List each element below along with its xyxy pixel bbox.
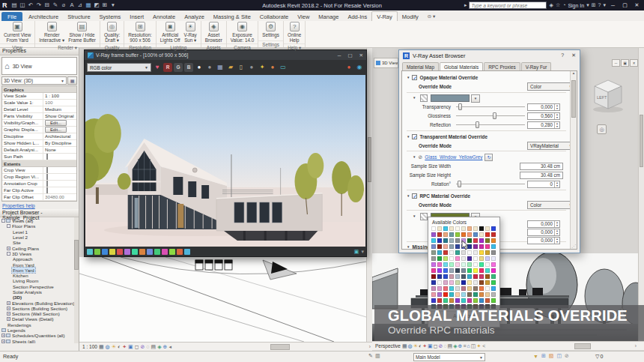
vfb-toolbar-icon[interactable]	[139, 249, 145, 255]
color-swatch[interactable]	[443, 226, 448, 231]
color-swatch[interactable]	[491, 226, 496, 231]
view-close-icon[interactable]: ✕	[630, 59, 638, 67]
color-swatch[interactable]	[467, 292, 472, 297]
tree-item-label[interactable]: Sections (Building Section)	[11, 306, 68, 311]
ribbon-tab-massing-site[interactable]: Massing & Site	[209, 12, 255, 21]
tree-item-elevations-building-elevation[interactable]: +Elevations (Building Elevation)	[0, 300, 79, 305]
property-value[interactable]: Edit...	[43, 120, 76, 126]
color-swatch[interactable]	[443, 256, 448, 261]
tree-item-label[interactable]: Views (all)	[11, 218, 34, 223]
frame-buffer-title-bar[interactable]: V-Ray frame buffer - [100% of 900 x 506]…	[85, 50, 366, 60]
home-view-icon[interactable]: ⌂	[467, 343, 470, 350]
color-swatch[interactable]	[485, 292, 490, 297]
tree-item-from-yard[interactable]: From Yard	[0, 262, 79, 267]
detail-level-icon[interactable]: ▦	[402, 343, 407, 350]
favorites-icon[interactable]: ☆	[556, 2, 560, 8]
fb-close-icon[interactable]: ✕	[359, 52, 363, 58]
color-swatch[interactable]	[479, 238, 484, 243]
glossiness-field[interactable]: 0,560▲▼	[527, 112, 560, 120]
vfb-color-icon[interactable]: ♥	[153, 63, 162, 72]
ribbon-tab-annotate[interactable]: Annotate	[148, 12, 180, 21]
tree-item-label[interactable]: Section Perspective	[12, 284, 55, 289]
profile-icon[interactable]: ◔	[562, 2, 565, 8]
editing-requests-icon[interactable]: ✎	[368, 353, 373, 359]
tree-item-label[interactable]: From Yard	[12, 268, 35, 273]
color-swatch[interactable]	[473, 292, 478, 297]
rpc-value-field[interactable]: 0,000▲▼	[527, 220, 560, 228]
expand-icon[interactable]: +	[7, 312, 10, 316]
opaque-color-swatch[interactable]	[431, 94, 470, 102]
stop-render-icon[interactable]: ●	[344, 63, 353, 72]
color-swatch[interactable]	[485, 268, 490, 273]
ribbon-tab-add-ins[interactable]: Add-Ins	[343, 12, 371, 21]
color-swatch[interactable]	[449, 274, 454, 279]
show-analytical-model-icon[interactable]: ◈	[157, 343, 161, 351]
navigation-wheel-icon[interactable]: ◎	[597, 124, 607, 134]
color-swatch[interactable]	[455, 274, 460, 279]
color-swatch[interactable]	[467, 256, 472, 261]
color-swatch[interactable]	[431, 262, 436, 267]
filter-icon[interactable]: ▼	[533, 354, 538, 359]
ribbon-tab-v-ray[interactable]: V-Ray	[371, 11, 397, 21]
collapse-icon[interactable]: -	[1, 219, 5, 223]
color-swatch[interactable]	[443, 274, 448, 279]
tree-item-label[interactable]: Detail Views (Detail)	[11, 316, 55, 322]
property-value[interactable]	[43, 181, 76, 187]
tree-item-label[interactable]: Living Room	[12, 278, 39, 283]
color-swatch[interactable]	[491, 292, 496, 297]
color-swatch[interactable]	[461, 292, 466, 297]
spinner-icon[interactable]: ▲▼	[554, 238, 559, 244]
property-checkbox[interactable]	[46, 187, 48, 193]
color-swatch[interactable]	[479, 292, 484, 297]
temporary-view-properties-icon[interactable]: ▤	[151, 343, 157, 351]
color-swatch[interactable]	[461, 286, 466, 291]
resolution-button[interactable]: ⊞Resolution:900 x 506	[127, 22, 154, 43]
tree-item-3d-views[interactable]: -3D Views	[0, 251, 79, 256]
ribbon-tab-file[interactable]: File	[1, 12, 22, 21]
asset-tab-v-ray-fur[interactable]: V-Ray Fur	[521, 62, 552, 70]
property-value[interactable]: 1 : 100	[43, 93, 76, 99]
save-image-icon[interactable]: ▦	[216, 63, 225, 72]
split-view-icon[interactable]: ◫	[471, 343, 476, 350]
vertical-scrollbar[interactable]	[638, 47, 644, 341]
ribbon-tab-insert[interactable]: Insert	[125, 12, 148, 21]
texture-slot-icon[interactable]	[420, 213, 428, 220]
spinner-icon[interactable]: ▲▼	[554, 221, 559, 227]
reveal-hidden-elements-icon[interactable]: ◌	[443, 343, 446, 350]
tree-item-from-yard[interactable]: From Yard	[0, 268, 79, 273]
color-swatch[interactable]	[461, 226, 466, 231]
vfb-toolbar-icon[interactable]	[169, 249, 175, 255]
color-swatch[interactable]	[443, 250, 448, 255]
opaque-mode-dropdown[interactable]: Color▼	[527, 82, 574, 91]
tree-item-section-perspective[interactable]: Section Perspective	[0, 284, 79, 289]
property-value[interactable]: Architectural	[43, 133, 76, 139]
tree-item-level-1[interactable]: Level 1	[0, 229, 79, 235]
color-swatch[interactable]	[473, 226, 478, 231]
rotation-slider[interactable]	[456, 184, 525, 184]
asset-tab-material-map[interactable]: Material Map	[402, 62, 439, 70]
reflection-slider[interactable]	[456, 124, 525, 125]
color-swatch[interactable]	[491, 238, 496, 243]
vfb-toolbar-icon[interactable]	[117, 249, 123, 255]
exchange-apps-icon[interactable]: ◈	[549, 2, 553, 8]
color-swatch[interactable]	[431, 244, 436, 249]
color-swatch[interactable]	[449, 244, 454, 249]
track-mouse-icon[interactable]: ●	[268, 63, 277, 72]
collapse-triangle-icon[interactable]: ▼	[407, 135, 410, 139]
tree-item-sheets-all[interactable]: +Sheets (all)	[0, 339, 79, 343]
qat-customize-icon[interactable]: ▾	[109, 0, 118, 10]
sign-in-link[interactable]: Sign In	[568, 3, 584, 8]
collapse-triangle-icon[interactable]: ▼	[407, 76, 410, 79]
color-swatch[interactable]	[431, 292, 436, 297]
color-swatch[interactable]	[473, 280, 478, 285]
channel-select-dropdown[interactable]: RGB color▼	[87, 63, 151, 72]
expand-icon[interactable]: +	[7, 247, 10, 250]
vfb-toolbar-icon[interactable]	[94, 249, 100, 255]
crop-view-icon[interactable]: ▣	[128, 343, 133, 351]
color-swatch[interactable]	[491, 280, 496, 285]
vfb-toolbar-icon[interactable]	[124, 249, 130, 255]
reflection-slider-thumb[interactable]	[476, 121, 479, 128]
shadows-icon[interactable]: ◐	[118, 343, 121, 351]
color-swatch[interactable]	[473, 262, 478, 267]
color-swatch[interactable]	[491, 268, 496, 273]
